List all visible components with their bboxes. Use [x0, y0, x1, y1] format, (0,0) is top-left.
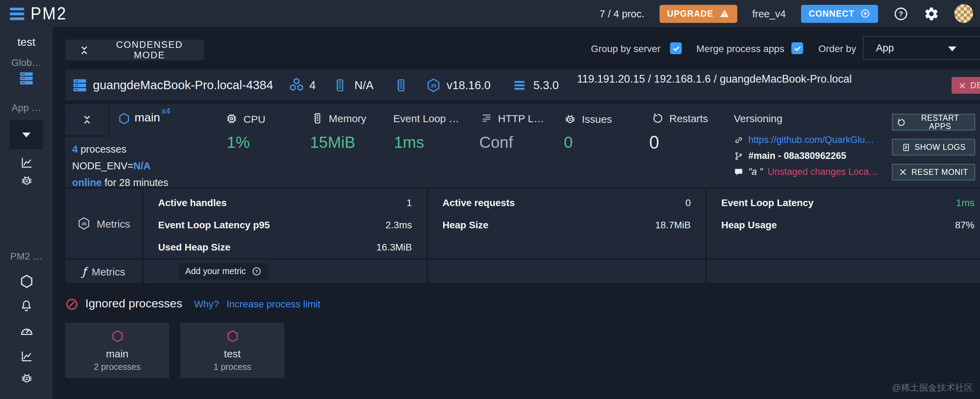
app-name: main — [135, 111, 160, 125]
metrics-column-1: Active handles1 Event Loop Latency p952.… — [143, 189, 428, 258]
commit-message-prefix: "a " — [748, 166, 763, 177]
increase-process-limit-link[interactable]: Increase process limit — [226, 298, 320, 310]
warning-icon — [719, 8, 729, 19]
app-process-count: 4 processes — [72, 141, 168, 158]
why-link[interactable]: Why? — [194, 298, 219, 310]
chevron-down-icon — [22, 132, 30, 137]
app-panel: main x4 4 processes NODE_ENV=N/A online … — [65, 104, 980, 187]
upgrade-button[interactable]: UPGRADE — [660, 5, 737, 22]
ignored-app-name: test — [224, 348, 241, 359]
bug-icon — [564, 112, 576, 125]
gear-icon[interactable] — [924, 6, 939, 21]
order-by-select[interactable]: App — [863, 36, 980, 60]
node-version: v18.16.0 — [447, 78, 491, 92]
gauge-icon — [19, 324, 33, 338]
issues-value: 0 — [564, 133, 573, 152]
node-metrics-section: JS Metrics — [65, 189, 143, 258]
metrics-column-3: Event Loop Latency1ms Heap Usage87% — [707, 189, 980, 258]
servers-icon — [19, 71, 34, 86]
function-icon: ƒ — [82, 265, 86, 278]
show-logs-button[interactable]: SHOW LOGS — [892, 139, 975, 155]
ignored-app-name: main — [106, 348, 128, 359]
sidebar-pm2-section-label: PM2 … — [0, 251, 53, 262]
chevron-down-icon — [948, 46, 956, 51]
user-avatar[interactable] — [955, 4, 973, 23]
group-by-server-label: Group by server — [591, 43, 660, 54]
latency-bars-icon — [480, 112, 492, 124]
servers-icon — [72, 77, 88, 93]
sidebar-item-pm2-issues[interactable] — [0, 371, 53, 387]
condensed-mode-button[interactable]: CONDENSED MODE — [65, 40, 204, 61]
custom-metrics-cell: Add your metric ? — [143, 260, 428, 283]
sidebar-item-app-issues[interactable] — [0, 174, 53, 190]
memory-value: 15MiB — [310, 133, 355, 152]
svg-text:?: ? — [899, 10, 903, 18]
metric-row: Event Loop Latency1ms — [721, 194, 974, 210]
close-icon — [958, 81, 966, 89]
svg-text:JS: JS — [431, 83, 437, 88]
pm2-dashboard: PM2 7 / 4 proc. UPGRADE free_v4 CONNECT … — [0, 0, 980, 399]
group-by-server-checkbox[interactable] — [670, 42, 682, 54]
ignored-app-count: 1 process — [214, 362, 251, 372]
git-branch-icon — [734, 151, 743, 161]
versioning-repo-line[interactable]: https://github.com/QuarkGlu… — [734, 135, 874, 145]
sidebar-item-pm2-metrics[interactable] — [0, 350, 53, 366]
link-icon — [734, 135, 743, 145]
server-process-count: 4 — [309, 78, 315, 92]
versioning-comment-line: "a " Unstaged changes Loca… — [734, 166, 878, 177]
svg-text:?: ? — [255, 269, 258, 274]
metrics-column-2: Active requests0 Heap Size18.7MiB — [428, 189, 707, 258]
pm2-logo: PM2 — [30, 3, 67, 24]
hexagon-icon — [118, 112, 130, 126]
top-bar: PM2 7 / 4 proc. UPGRADE free_v4 CONNECT … — [0, 0, 980, 27]
plus-circle-icon — [860, 8, 870, 19]
add-metric-button[interactable]: Add your metric ? — [178, 263, 268, 280]
event-loop-value: 1ms — [394, 133, 424, 152]
ignored-process-card-main[interactable]: main 2 processes — [65, 323, 169, 378]
sidebar-item-app-metrics[interactable] — [0, 156, 53, 172]
sidebar-item-processes[interactable] — [0, 274, 53, 291]
sidebar-global-section-label: Glob… — [0, 57, 53, 68]
sidebar-app-selector[interactable] — [10, 120, 43, 149]
line-chart-icon — [20, 350, 33, 363]
ignored-process-cards: main 2 processes test 1 process — [65, 323, 284, 378]
hamburger-menu-icon[interactable] — [10, 7, 24, 20]
delete-server-button[interactable]: DELETE SERVER — [951, 77, 980, 94]
no-entry-icon — [65, 297, 78, 311]
cpu-value: 1% — [227, 133, 250, 152]
plan-label: free_v4 — [752, 8, 786, 19]
check-icon — [672, 44, 680, 53]
logs-icon — [901, 143, 910, 152]
custom-metrics-cell — [707, 260, 980, 283]
svg-text:JS: JS — [82, 221, 87, 226]
sidebar-item-notifications[interactable] — [0, 299, 53, 316]
merge-process-apps-checkbox[interactable] — [791, 42, 803, 54]
restart-apps-button[interactable]: RESTART APPS — [892, 114, 975, 131]
connect-button[interactable]: CONNECT — [801, 5, 878, 22]
help-circle-icon: ? — [251, 267, 261, 276]
order-by-value: App — [876, 42, 894, 53]
hexagon-icon — [19, 274, 33, 289]
metric-row: Heap Usage87% — [721, 217, 974, 233]
sidebar-app-section-label: App … — [0, 102, 53, 113]
metric-row: Active handles1 — [158, 194, 412, 210]
collapse-app-button[interactable] — [65, 104, 110, 137]
process-count: 7 / 4 proc. — [600, 8, 644, 19]
sidebar-item-dashboard[interactable] — [0, 324, 53, 342]
node-metrics-table: JS Metrics Active handles1 Event Loop La… — [65, 189, 980, 258]
custom-metrics-section: ƒ Metrics — [65, 260, 143, 283]
ignored-processes-header: Ignored processes Why? Increase process … — [65, 297, 320, 311]
metric-row: Heap Size18.7MiB — [442, 217, 691, 233]
restart-icon — [652, 112, 664, 124]
ignored-process-card-test[interactable]: test 1 process — [180, 323, 284, 378]
reset-monit-button[interactable]: RESET MONIT — [892, 164, 975, 180]
sidebar-item-servers[interactable] — [0, 71, 53, 89]
help-icon[interactable]: ? — [893, 6, 908, 21]
custom-metrics-row: ƒ Metrics Add your metric ? — [65, 260, 980, 283]
cpu-header: CPU — [225, 112, 265, 125]
server-row: guangdeMacBook-Pro.local-4384 4 N/A JS v… — [65, 69, 980, 101]
http-latency-value: Conf — [479, 133, 513, 152]
server-memory-value: N/A — [355, 78, 374, 92]
bell-icon — [19, 299, 33, 313]
check-icon — [793, 44, 802, 53]
